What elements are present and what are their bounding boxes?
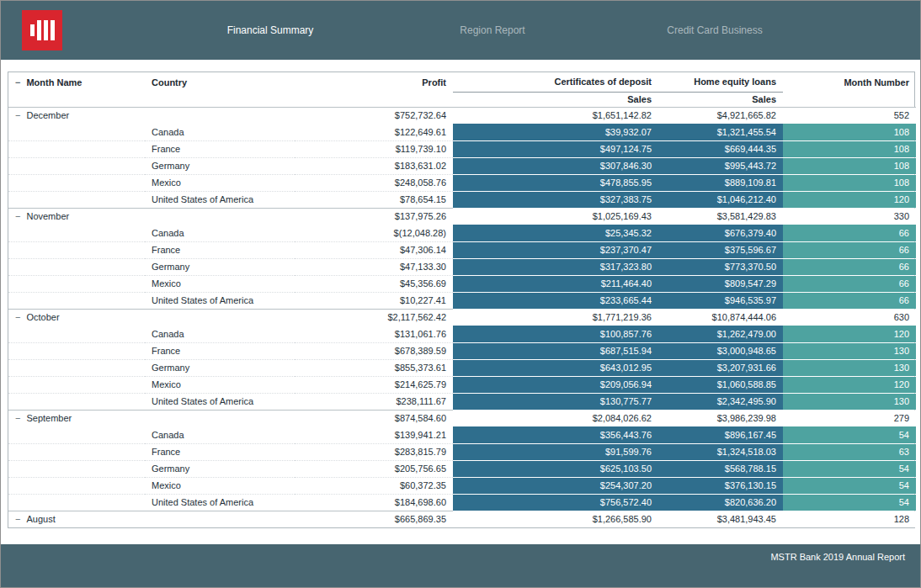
month-summary-row: −September$874,584.60$2,084,026.62$3,986… bbox=[8, 410, 916, 426]
tab-financial-summary[interactable]: Financial Summary bbox=[159, 1, 381, 60]
collapse-all-icon[interactable]: − bbox=[15, 77, 20, 87]
cod-sales-cell: $1,266,585.90 bbox=[453, 511, 658, 527]
country-cell: United States of America bbox=[145, 292, 295, 309]
report-grid: −Month Name Country Profit Certificates … bbox=[8, 72, 915, 528]
profit-cell: $183,631.02 bbox=[295, 157, 453, 174]
country-cell bbox=[145, 511, 295, 527]
month-cell: −November bbox=[8, 208, 145, 225]
profit-cell: $78,654.15 bbox=[295, 191, 453, 208]
country-data-row: United States of America$10,227.41$233,6… bbox=[8, 292, 916, 309]
country-cell: Germany bbox=[145, 460, 295, 477]
month-cell bbox=[8, 494, 145, 511]
country-data-row: Canada$122,649.61$39,932.07$1,321,455.54… bbox=[8, 124, 916, 140]
country-cell: Germany bbox=[145, 157, 295, 174]
month-number-cell: 54 bbox=[783, 460, 916, 477]
column-header-country[interactable]: Country bbox=[145, 72, 295, 92]
country-data-row: France$119,739.10$497,124.75$669,444.351… bbox=[8, 140, 916, 157]
month-number-cell: 66 bbox=[783, 275, 916, 292]
column-header-home-equity-loans[interactable]: Home equity loans bbox=[658, 72, 783, 92]
cod-sales-cell: $211,464.40 bbox=[453, 275, 658, 292]
subheader-hel-sales[interactable]: Sales bbox=[658, 92, 783, 107]
collapse-month-icon[interactable]: − bbox=[15, 514, 20, 524]
profit-cell: $248,058.76 bbox=[295, 174, 453, 191]
country-cell bbox=[145, 309, 295, 326]
hel-sales-cell: $376,130.15 bbox=[658, 477, 783, 494]
financial-summary-table: −Month Name Country Profit Certificates … bbox=[8, 72, 916, 527]
country-data-row: United States of America$184,698.60$756,… bbox=[8, 494, 916, 511]
profit-cell: $855,373.61 bbox=[295, 359, 453, 376]
month-name-label: September bbox=[26, 413, 72, 423]
cod-sales-cell: $91,599.76 bbox=[453, 443, 658, 460]
cod-sales-cell: $25,345.32 bbox=[453, 225, 658, 241]
collapse-month-icon[interactable]: − bbox=[15, 312, 20, 322]
month-number-cell: 330 bbox=[783, 208, 916, 225]
country-data-row: Germany$183,631.02$307,846.30$995,443.72… bbox=[8, 157, 916, 174]
month-number-cell: 128 bbox=[783, 511, 916, 527]
country-data-row: Mexico$214,625.79$209,056.94$1,060,588.8… bbox=[8, 376, 916, 393]
country-data-row: United States of America$78,654.15$327,3… bbox=[8, 191, 916, 208]
dashboard: Financial Summary Region Report Credit C… bbox=[0, 0, 921, 588]
cod-sales-cell: $497,124.75 bbox=[453, 140, 658, 157]
profit-cell: $678,389.59 bbox=[295, 342, 453, 359]
tab-credit-card-business[interactable]: Credit Card Business bbox=[604, 1, 826, 60]
cod-sales-cell: $1,651,142.82 bbox=[453, 107, 658, 124]
month-cell bbox=[8, 393, 145, 410]
footer-report-title: MSTR Bank 2019 Annual Report bbox=[770, 552, 905, 562]
month-number-cell: 66 bbox=[783, 225, 916, 241]
collapse-month-icon[interactable]: − bbox=[15, 413, 20, 423]
tab-bar: Financial Summary Region Report Credit C… bbox=[159, 1, 826, 60]
cod-sales-cell: $233,665.44 bbox=[453, 292, 658, 309]
cod-sales-cell: $100,857.76 bbox=[453, 326, 658, 342]
bar-chart-logo-icon bbox=[44, 20, 48, 40]
cod-sales-cell: $317,323.80 bbox=[453, 258, 658, 275]
month-name-label: October bbox=[26, 312, 59, 322]
cod-sales-cell: $237,370.47 bbox=[453, 241, 658, 258]
month-cell bbox=[8, 359, 145, 376]
month-number-cell: 120 bbox=[783, 326, 916, 342]
country-data-row: Mexico$60,372.35$254,307.20$376,130.1554 bbox=[8, 477, 916, 494]
subheader-cod-sales[interactable]: Sales bbox=[453, 92, 658, 107]
country-cell: Germany bbox=[145, 359, 295, 376]
month-cell bbox=[8, 292, 145, 309]
profit-cell: $665,869.35 bbox=[295, 511, 453, 527]
column-header-profit[interactable]: Profit bbox=[295, 72, 453, 92]
profit-cell: $874,584.60 bbox=[295, 410, 453, 426]
month-number-cell: 130 bbox=[783, 342, 916, 359]
column-header-certificates-of-deposit[interactable]: Certificates of deposit bbox=[453, 72, 658, 92]
hel-sales-cell: $669,444.35 bbox=[658, 140, 783, 157]
country-data-row: Mexico$248,058.76$478,855.95$889,109.811… bbox=[8, 174, 916, 191]
top-bar: Financial Summary Region Report Credit C… bbox=[1, 1, 920, 60]
column-header-month-number[interactable]: Month Number bbox=[783, 72, 916, 92]
month-cell bbox=[8, 140, 145, 157]
month-cell bbox=[8, 191, 145, 208]
month-name-label: December bbox=[26, 110, 69, 120]
profit-cell: $131,061.76 bbox=[295, 326, 453, 342]
hel-sales-cell: $3,986,239.98 bbox=[658, 410, 783, 426]
hel-sales-cell: $2,342,495.90 bbox=[658, 393, 783, 410]
country-data-row: Germany$47,133.30$317,323.80$773,370.506… bbox=[8, 258, 916, 275]
collapse-month-icon[interactable]: − bbox=[15, 110, 20, 120]
country-data-row: Germany$855,373.61$643,012.95$3,207,931.… bbox=[8, 359, 916, 376]
month-name-label: August bbox=[26, 514, 55, 524]
cod-sales-cell: $307,846.30 bbox=[453, 157, 658, 174]
month-name-header-label: Month Name bbox=[26, 77, 82, 87]
collapse-month-icon[interactable]: − bbox=[15, 211, 20, 221]
country-cell: Mexico bbox=[145, 174, 295, 191]
month-cell bbox=[8, 241, 145, 258]
month-cell bbox=[8, 342, 145, 359]
month-number-cell: 66 bbox=[783, 258, 916, 275]
country-data-row: France$678,389.59$687,515.94$3,000,948.6… bbox=[8, 342, 916, 359]
month-summary-row: −December$752,732.64$1,651,142.82$4,921,… bbox=[8, 107, 916, 124]
column-header-month-name[interactable]: −Month Name bbox=[8, 72, 145, 92]
brand-logo[interactable] bbox=[22, 10, 62, 50]
profit-cell: $122,649.61 bbox=[295, 124, 453, 140]
cod-sales-cell: $2,084,026.62 bbox=[453, 410, 658, 426]
hel-sales-cell: $3,207,931.66 bbox=[658, 359, 783, 376]
month-cell bbox=[8, 460, 145, 477]
month-cell bbox=[8, 426, 145, 443]
tab-region-report[interactable]: Region Report bbox=[381, 1, 604, 60]
month-number-cell: 54 bbox=[783, 477, 916, 494]
hel-sales-cell: $676,379.40 bbox=[658, 225, 783, 241]
cod-sales-cell: $327,383.75 bbox=[453, 191, 658, 208]
profit-cell: $10,227.41 bbox=[295, 292, 453, 309]
